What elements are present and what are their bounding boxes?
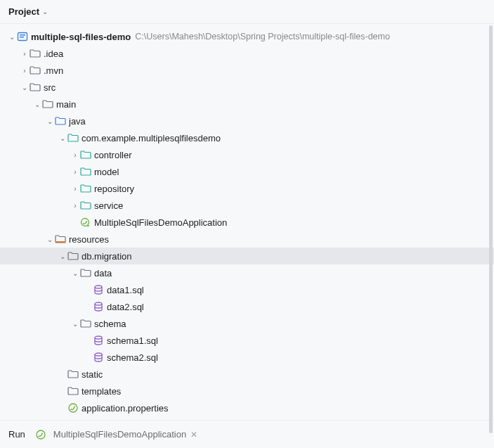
tree-item-label: repository: [94, 184, 134, 194]
folder-icon: [30, 48, 41, 59]
tree-item-mvn[interactable]: › .mvn: [0, 62, 494, 79]
folder-icon: [42, 98, 53, 110]
chevron-down-icon[interactable]: ⌄: [45, 236, 55, 243]
tree-item-label: data2.sql: [107, 302, 144, 312]
run-config-tab[interactable]: MultipleSqlFilesDemoApplication ✕: [35, 429, 197, 440]
package-icon: [67, 132, 79, 143]
panel-header[interactable]: Project ⌄: [0, 0, 494, 24]
tree-item-model[interactable]: › model: [0, 163, 494, 180]
tree-item-path: C:\Users\Mahesh\Desktop\Spring Projects\…: [135, 32, 390, 41]
folder-icon: [80, 318, 91, 329]
source-folder-icon: [55, 115, 66, 127]
tree-item-templates[interactable]: · templates: [0, 383, 494, 399]
tree-item-data2-sql[interactable]: · data2.sql: [0, 298, 494, 315]
spring-config-icon: [67, 402, 79, 414]
project-icon: [17, 31, 28, 42]
tree-item-data1-sql[interactable]: · data1.sql: [0, 281, 494, 298]
tree-item-main[interactable]: ⌄ main: [0, 96, 494, 113]
tree-item-label: com.example.multiplesqlfilesdemo: [82, 133, 221, 143]
tree-item-src[interactable]: ⌄ src: [0, 79, 494, 96]
chevron-right-icon[interactable]: ›: [70, 168, 80, 176]
tree-item-app-properties[interactable]: · application.properties: [0, 399, 494, 416]
tree-item-label: main: [56, 99, 76, 110]
tree-item-app-class[interactable]: · MultipleSqlFilesDemoApplication: [0, 214, 494, 231]
tree-item-project-root[interactable]: ⌄ multiple-sql-files-demo C:\Users\Mahes…: [0, 28, 494, 45]
chevron-right-icon[interactable]: ›: [20, 67, 30, 75]
tree-item-controller[interactable]: › controller: [0, 146, 494, 163]
chevron-down-icon[interactable]: ⌄: [7, 33, 17, 41]
tree-item-db-migration[interactable]: ⌄ db.migration: [0, 248, 494, 264]
close-icon[interactable]: ✕: [190, 430, 197, 440]
tree-item-label: application.properties: [82, 403, 169, 414]
chevron-down-icon[interactable]: ⌄: [58, 252, 67, 260]
tree-item-label: .mvn: [44, 65, 63, 76]
tree-item-label: data: [94, 268, 112, 279]
tree-item-package[interactable]: ⌄ com.example.multiplesqlfilesdemo: [0, 129, 494, 146]
tree-item-schema2-sql[interactable]: · schema2.sql: [0, 349, 494, 366]
chevron-down-icon[interactable]: ⌄: [58, 134, 67, 142]
spring-boot-icon: [35, 429, 46, 440]
package-icon: [80, 183, 91, 194]
chevron-down-icon[interactable]: ⌄: [70, 320, 80, 328]
tree-item-label: java: [69, 116, 86, 127]
tree-item-label: MultipleSqlFilesDemoApplication: [94, 217, 227, 228]
tree-item-schema1-sql[interactable]: · schema1.sql: [0, 332, 494, 349]
tree-item-label: multiple-sql-files-demo: [31, 32, 131, 42]
folder-icon: [67, 250, 79, 262]
tree-item-label: templates: [82, 386, 121, 397]
tree-item-service[interactable]: › service: [0, 197, 494, 214]
tree-item-label: schema1.sql: [107, 335, 158, 346]
tree-item-label: model: [94, 167, 119, 177]
chevron-down-icon[interactable]: ⌄: [32, 101, 42, 108]
package-icon: [80, 149, 91, 160]
database-icon: [93, 284, 104, 295]
database-icon: [93, 335, 104, 346]
chevron-down-icon: ⌄: [42, 8, 48, 15]
tree-item-label: src: [44, 82, 56, 93]
database-icon: [93, 301, 104, 312]
tree-item-label: schema2.sql: [107, 352, 158, 363]
chevron-down-icon[interactable]: ⌄: [70, 269, 80, 277]
tree-item-java[interactable]: ⌄ java: [0, 113, 494, 129]
chevron-right-icon[interactable]: ›: [70, 185, 80, 193]
chevron-right-icon[interactable]: ›: [70, 202, 80, 210]
tree-item-label: service: [94, 200, 123, 211]
tree-item-schema[interactable]: ⌄ schema: [0, 315, 494, 332]
folder-icon: [30, 65, 41, 76]
folder-icon: [67, 385, 79, 397]
panel-title: Project: [8, 6, 39, 17]
tree-item-static[interactable]: · static: [0, 366, 494, 383]
folder-icon: [30, 82, 41, 93]
tree-item-data[interactable]: ⌄ data: [0, 264, 494, 281]
chevron-right-icon[interactable]: ›: [70, 151, 80, 159]
folder-icon: [67, 369, 79, 380]
tree-item-label: static: [82, 369, 103, 380]
spring-boot-run-icon: [80, 217, 91, 228]
tree-item-label: resources: [69, 234, 109, 245]
tree-item-label: controller: [94, 150, 131, 160]
package-icon: [80, 166, 91, 177]
run-config-label: MultipleSqlFilesDemoApplication: [53, 429, 186, 440]
scrollbar[interactable]: [489, 25, 493, 433]
tree-item-resources[interactable]: ⌄ resources: [0, 231, 494, 248]
tree-item-label: data1.sql: [107, 285, 144, 295]
run-tool-label[interactable]: Run: [8, 429, 25, 440]
resources-folder-icon: [55, 233, 66, 245]
chevron-down-icon[interactable]: ⌄: [20, 84, 30, 91]
folder-icon: [80, 267, 91, 279]
tree-item-label: db.migration: [82, 251, 132, 262]
run-tool-window-bar: Run MultipleSqlFilesDemoApplication ✕: [0, 420, 494, 448]
tree-item-idea[interactable]: › .idea: [0, 45, 494, 62]
project-tree[interactable]: ⌄ multiple-sql-files-demo C:\Users\Mahes…: [0, 24, 494, 420]
chevron-right-icon[interactable]: ›: [20, 50, 30, 58]
tree-item-label: schema: [94, 319, 126, 329]
tree-item-label: .idea: [44, 49, 63, 59]
package-icon: [80, 200, 91, 211]
database-icon: [93, 352, 104, 363]
tree-item-repository[interactable]: › repository: [0, 180, 494, 197]
chevron-down-icon[interactable]: ⌄: [45, 117, 55, 125]
